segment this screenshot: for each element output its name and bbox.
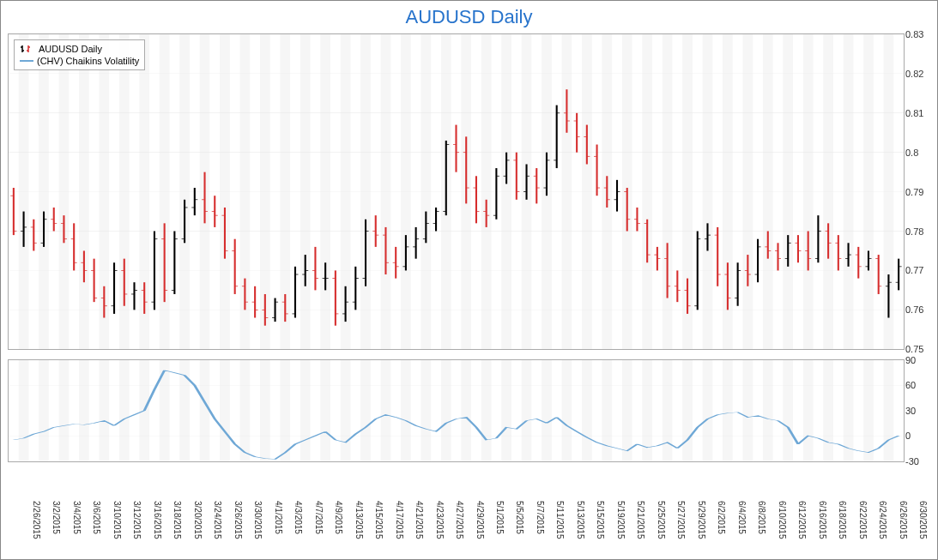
ohlc-icon [20, 44, 35, 54]
ytick-label: 0.77 [905, 265, 923, 275]
x-axis: 2/26/20153/2/20153/4/20153/6/20153/10/20… [8, 501, 905, 557]
ytick-label: 90 [905, 355, 916, 365]
ytick-label: 30 [905, 406, 916, 416]
chart-container: AUDUSD Daily AUDUSD Daily [0, 0, 938, 560]
price-yaxis: 0.750.760.770.780.790.80.810.820.83 [905, 34, 935, 349]
legend-row-chv: (CHV) Chaikins Volatility [20, 55, 139, 67]
plot-area: AUDUSD Daily (CHV) Chaikins Volatility 0… [8, 33, 905, 499]
legend: AUDUSD Daily (CHV) Chaikins Volatility [14, 39, 145, 70]
ytick-label: 0 [905, 431, 911, 441]
legend-ohlc-label: AUDUSD Daily [39, 44, 102, 54]
ytick-label: 0.79 [905, 187, 923, 197]
price-panel[interactable]: AUDUSD Daily (CHV) Chaikins Volatility 0… [8, 33, 905, 350]
legend-row-ohlc: AUDUSD Daily [20, 43, 139, 55]
legend-chv-label: (CHV) Chaikins Volatility [37, 56, 139, 66]
indicator-panel[interactable]: -300306090 [8, 359, 905, 461]
ytick-label: 0.81 [905, 108, 923, 118]
line-icon [20, 60, 33, 62]
indicator-svg [9, 360, 904, 461]
chart-title: AUDUSD Daily [1, 1, 937, 30]
ytick-label: 60 [905, 380, 916, 390]
ytick-label: 0.76 [905, 304, 923, 315]
indicator-yaxis: -300306090 [905, 360, 935, 461]
ytick-label: 0.75 [905, 344, 923, 354]
ytick-label: -30 [905, 456, 919, 467]
ytick-label: 0.83 [905, 29, 923, 39]
price-svg [9, 34, 904, 349]
ytick-label: 0.82 [905, 69, 923, 79]
ytick-label: 0.8 [905, 148, 918, 158]
ytick-label: 0.78 [905, 226, 923, 237]
xtick-label: 6/30/2015 [871, 501, 928, 539]
